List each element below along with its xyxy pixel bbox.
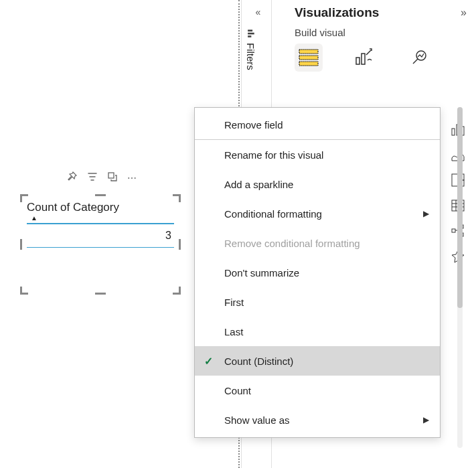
svg-rect-7	[356, 58, 360, 64]
menu-rename[interactable]: Rename for this visual	[195, 140, 440, 169]
svg-rect-17	[452, 229, 455, 232]
build-tab[interactable]	[295, 44, 323, 72]
svg-rect-5	[299, 56, 318, 60]
table-visual[interactable]: Count of Category ▲ 3	[20, 194, 181, 295]
build-visual-label: Build visual	[272, 24, 476, 44]
sort-ascending-icon[interactable]: ▲	[31, 214, 174, 222]
scrollbar-thumb[interactable]	[457, 107, 463, 308]
svg-rect-2	[248, 33, 254, 35]
menu-label: Count (Distinct)	[224, 356, 293, 367]
svg-rect-8	[362, 54, 365, 64]
menu-show-value-as[interactable]: Show value as▶	[195, 405, 440, 435]
filter-icon[interactable]	[87, 171, 98, 184]
filter-pane-icon	[246, 29, 256, 40]
checkmark-icon: ✓	[204, 355, 213, 368]
filters-pane-label[interactable]: Filters	[245, 24, 256, 70]
svg-rect-10	[452, 129, 455, 135]
svg-rect-0	[108, 173, 114, 178]
menu-label: Show value as	[224, 414, 290, 426]
pin-icon[interactable]	[67, 171, 78, 184]
menu-count-distinct[interactable]: ✓Count (Distinct)	[195, 346, 440, 376]
menu-add-sparkline[interactable]: Add a sparkline	[195, 169, 440, 199]
menu-label: Add a sparkline	[224, 179, 293, 190]
submenu-arrow-icon: ▶	[423, 209, 429, 218]
field-context-menu: Remove field Rename for this visual Add …	[194, 107, 441, 438]
cell-value: 3	[27, 224, 174, 248]
collapse-filters-button[interactable]: «	[245, 0, 271, 24]
visual-toolbar: ⋯	[67, 171, 137, 184]
menu-label: Rename for this visual	[224, 149, 323, 161]
visual-tab-bar	[272, 44, 476, 78]
focus-mode-icon[interactable]	[107, 171, 118, 184]
menu-remove-field[interactable]: Remove field	[195, 110, 440, 140]
svg-rect-3	[248, 35, 251, 37]
menu-label: Last	[224, 326, 243, 337]
menu-first[interactable]: First	[195, 287, 440, 317]
filters-text: Filters	[245, 43, 256, 70]
menu-label: Remove conditional formatting	[224, 238, 360, 249]
analytics-tab[interactable]	[404, 44, 432, 72]
menu-conditional-formatting[interactable]: Conditional formatting▶	[195, 199, 440, 228]
visualizations-title: Visualizations	[295, 5, 458, 20]
svg-rect-6	[299, 62, 318, 66]
expand-pane-button[interactable]: »	[458, 4, 469, 21]
menu-dont-summarize[interactable]: Don't summarize	[195, 258, 440, 287]
pane-scrollbar[interactable]	[457, 107, 463, 448]
more-options-icon[interactable]: ⋯	[127, 173, 137, 183]
submenu-arrow-icon: ▶	[423, 415, 429, 424]
menu-count[interactable]: Count	[195, 376, 440, 405]
menu-label: Don't summarize	[224, 267, 299, 279]
menu-label: Count	[224, 385, 251, 396]
svg-rect-4	[299, 50, 318, 54]
svg-point-9	[416, 51, 426, 60]
column-header[interactable]: Count of Category	[27, 201, 174, 216]
svg-rect-1	[248, 29, 252, 31]
menu-label: Remove field	[224, 119, 283, 131]
menu-remove-conditional-formatting: Remove conditional formatting	[195, 228, 440, 258]
menu-label: Conditional formatting	[224, 208, 322, 220]
menu-label: First	[224, 297, 244, 308]
visual-body: Count of Category ▲ 3	[27, 201, 174, 288]
format-tab[interactable]	[349, 44, 378, 72]
menu-last[interactable]: Last	[195, 317, 440, 346]
